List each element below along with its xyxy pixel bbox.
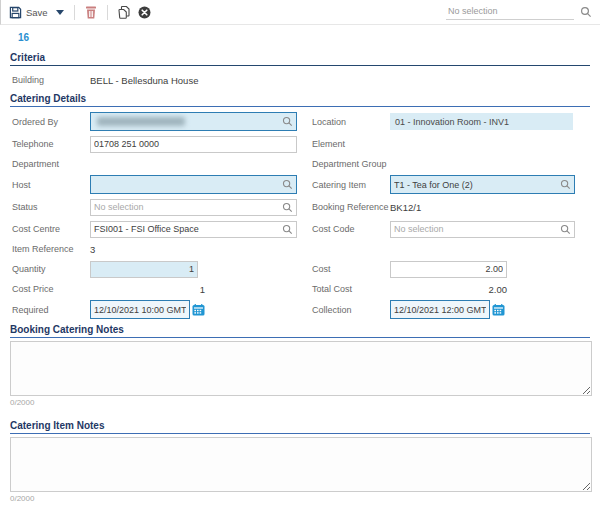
cancel-button[interactable] xyxy=(136,4,153,21)
catering-item-input[interactable] xyxy=(394,180,558,190)
required-input[interactable] xyxy=(94,305,186,315)
catering-item-label: Catering Item xyxy=(297,180,390,190)
chevron-down-icon xyxy=(56,10,64,15)
cost-code-label: Cost Code xyxy=(297,224,390,234)
required-label: Required xyxy=(12,305,90,315)
record-id: 16 xyxy=(18,32,600,43)
toolbar: Save xyxy=(0,0,600,25)
collection-field xyxy=(390,300,580,319)
trash-icon xyxy=(85,6,97,19)
copy-button[interactable] xyxy=(116,4,132,21)
booking-reference-label: Booking Reference xyxy=(297,202,390,212)
toolbar-left-group: Save xyxy=(7,4,153,21)
catering-item-notes-title: Catering Item Notes xyxy=(10,420,600,431)
quantity-field xyxy=(90,261,198,278)
cost-price-label: Cost Price xyxy=(12,284,90,294)
quantity-label: Quantity xyxy=(12,264,90,274)
telephone-field xyxy=(90,136,297,153)
catering-details-form: Ordered By Location 01 - Innovation Room… xyxy=(12,112,600,319)
collection-datetime xyxy=(390,300,490,319)
catering-booking-form: Save xyxy=(0,0,600,522)
cost-centre-input[interactable] xyxy=(94,224,280,234)
location-value: 01 - Innovation Room - INV1 xyxy=(390,113,573,130)
form-row: Status Booking Reference BK12/1 xyxy=(12,198,600,216)
cost-field xyxy=(390,261,507,278)
save-button[interactable]: Save xyxy=(7,4,50,21)
toolbar-search xyxy=(446,4,592,20)
search-icon[interactable] xyxy=(282,179,293,190)
booking-reference-value: BK12/1 xyxy=(390,202,580,213)
criteria-rule xyxy=(10,65,590,66)
host-lookup xyxy=(90,175,297,194)
ordered-by-label: Ordered By xyxy=(12,117,90,127)
search-icon[interactable] xyxy=(560,179,571,190)
building-field-row: Building BELL - Bellesduna House xyxy=(12,73,600,87)
department-label: Department xyxy=(12,159,90,169)
telephone-label: Telephone xyxy=(12,139,90,149)
search-icon[interactable] xyxy=(282,116,293,127)
toolbar-separator xyxy=(74,5,75,20)
cost-label: Cost xyxy=(297,264,390,274)
search-icon[interactable] xyxy=(282,202,293,213)
form-row: Host Catering Item xyxy=(12,175,600,194)
redacted-value xyxy=(97,117,185,126)
location-label: Location xyxy=(297,117,390,127)
save-button-label: Save xyxy=(26,7,48,18)
search-icon[interactable] xyxy=(282,224,293,235)
toolbar-separator xyxy=(107,5,108,20)
catering-details-rule xyxy=(10,106,590,107)
criteria-section-title: Criteria xyxy=(10,52,600,63)
cost-price-value: 1 xyxy=(90,284,205,295)
collection-calendar-button[interactable] xyxy=(492,304,505,316)
delete-button[interactable] xyxy=(83,4,99,21)
form-row: Item Reference 3 xyxy=(12,242,600,256)
collection-label: Collection xyxy=(297,305,390,315)
save-icon xyxy=(9,6,22,19)
cost-centre-label: Cost Centre xyxy=(12,224,90,234)
host-label: Host xyxy=(12,180,90,190)
total-cost-value: 2.00 xyxy=(390,284,507,295)
catering-item-notes-rule xyxy=(10,433,590,434)
status-lookup xyxy=(90,199,297,216)
required-field xyxy=(90,300,297,319)
form-row: Department Department Group xyxy=(12,157,600,171)
cost-input[interactable] xyxy=(394,264,503,274)
calendar-icon xyxy=(492,304,505,316)
host-input[interactable] xyxy=(94,180,280,190)
item-reference-label: Item Reference xyxy=(12,244,90,254)
form-row: Quantity Cost xyxy=(12,260,600,278)
close-circle-icon xyxy=(138,6,151,19)
collection-input[interactable] xyxy=(394,305,486,315)
form-row: Cost Centre Cost Code xyxy=(12,220,600,238)
required-datetime xyxy=(90,300,190,319)
status-label: Status xyxy=(12,202,90,212)
form-row: Required xyxy=(12,300,600,319)
booking-catering-notes-rule xyxy=(10,337,590,338)
form-row: Ordered By Location 01 - Innovation Room… xyxy=(12,112,600,131)
search-icon[interactable] xyxy=(560,224,571,235)
required-calendar-button[interactable] xyxy=(192,304,205,316)
quantity-input[interactable] xyxy=(94,264,194,274)
department-group-label: Department Group xyxy=(297,159,390,169)
toolbar-search-input[interactable] xyxy=(446,4,574,20)
building-label: Building xyxy=(12,75,90,85)
status-input[interactable] xyxy=(94,202,280,212)
booking-notes-counter: 0/2000 xyxy=(10,398,600,407)
telephone-input[interactable] xyxy=(94,139,293,149)
cost-code-input[interactable] xyxy=(394,224,558,234)
copy-icon xyxy=(118,6,130,19)
form-row: Telephone Element xyxy=(12,135,600,153)
search-icon[interactable] xyxy=(580,6,592,18)
cost-centre-lookup xyxy=(90,221,297,238)
booking-catering-notes-textarea[interactable] xyxy=(10,341,592,396)
booking-catering-notes-title: Booking Catering Notes xyxy=(10,324,600,335)
building-value: BELL - Bellesduna House xyxy=(90,75,198,86)
form-row: Cost Price 1 Total Cost 2.00 xyxy=(12,282,600,296)
ordered-by-lookup[interactable] xyxy=(90,112,297,131)
element-label: Element xyxy=(297,139,390,149)
save-dropdown-button[interactable] xyxy=(54,8,66,17)
catering-item-notes-textarea[interactable] xyxy=(10,437,592,492)
calendar-icon xyxy=(192,304,205,316)
item-reference-value: 3 xyxy=(90,244,297,255)
catering-item-lookup xyxy=(390,175,575,194)
